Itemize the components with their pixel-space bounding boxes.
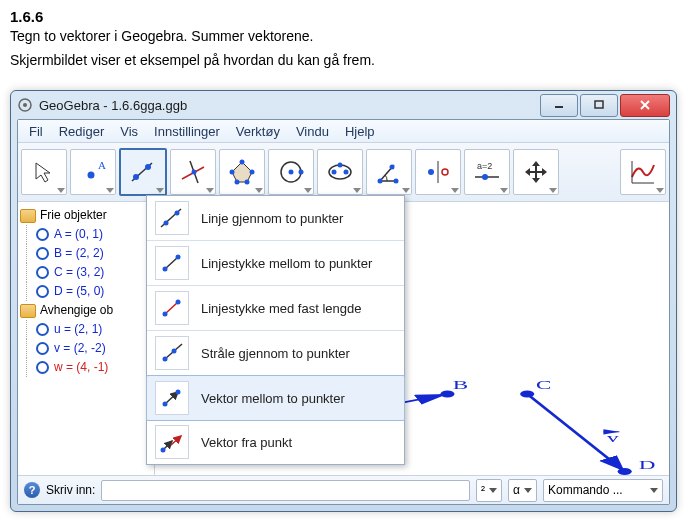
close-button[interactable] bbox=[620, 94, 670, 117]
svg-marker-14 bbox=[232, 162, 252, 182]
obj-w[interactable]: w = (4, -1) bbox=[20, 358, 150, 377]
menu-innstillinger[interactable]: Innstillinger bbox=[147, 122, 227, 141]
menu-rediger[interactable]: Rediger bbox=[52, 122, 112, 141]
obj-d[interactable]: D = (5, 0) bbox=[20, 282, 150, 301]
svg-point-19 bbox=[230, 170, 235, 175]
obj-u[interactable]: u = (2, 1) bbox=[20, 320, 150, 339]
svg-point-1 bbox=[23, 103, 27, 107]
obj-w-label: w = (4, -1) bbox=[54, 358, 108, 377]
menu-verktoy[interactable]: Verktøy bbox=[229, 122, 287, 141]
menu-fil[interactable]: Fil bbox=[22, 122, 50, 141]
svg-point-15 bbox=[240, 160, 245, 165]
svg-point-13 bbox=[192, 170, 197, 175]
svg-point-70 bbox=[163, 402, 168, 407]
symbol-select-1[interactable]: ² bbox=[476, 479, 502, 502]
svg-point-65 bbox=[176, 300, 181, 305]
input-field[interactable] bbox=[101, 480, 470, 501]
dd-vector[interactable]: Vektor mellom to punkter bbox=[146, 375, 405, 421]
svg-point-27 bbox=[378, 179, 383, 184]
tool-custom[interactable] bbox=[620, 149, 666, 195]
svg-line-63 bbox=[165, 302, 178, 314]
tool-angle[interactable] bbox=[366, 149, 412, 195]
svg-point-25 bbox=[344, 170, 349, 175]
segment-icon bbox=[155, 246, 189, 280]
minimize-button[interactable] bbox=[540, 94, 578, 117]
input-bar: ? Skriv inn: ² α Kommando ... bbox=[18, 475, 669, 504]
dd-segment[interactable]: Linjestykke mellom to punkter bbox=[147, 241, 404, 286]
menubar: Fil Rediger Vis Innstillinger Verktøy Vi… bbox=[18, 120, 669, 143]
svg-point-61 bbox=[163, 267, 168, 272]
maximize-button[interactable] bbox=[580, 94, 618, 117]
tool-line[interactable] bbox=[119, 148, 167, 196]
exercise-line1: Tegn to vektorer i Geogebra. Summer vekt… bbox=[0, 27, 699, 51]
svg-text:A: A bbox=[98, 159, 106, 171]
svg-point-28 bbox=[394, 179, 399, 184]
dd-line[interactable]: Linje gjennom to punkter bbox=[147, 196, 404, 241]
menu-hjelp[interactable]: Hjelp bbox=[338, 122, 382, 141]
svg-text:v: v bbox=[607, 432, 620, 445]
dd-vector-from[interactable]: Vektor fra punkt bbox=[147, 420, 404, 464]
dd-ray[interactable]: Stråle gjennom to punkter bbox=[147, 331, 404, 376]
exercise-number: 1.6.6 bbox=[0, 0, 699, 27]
symbol-select-2[interactable]: α bbox=[508, 479, 537, 502]
vector-icon bbox=[155, 381, 189, 415]
svg-point-21 bbox=[289, 170, 294, 175]
dd-segment-fixed-label: Linjestykke med fast lengde bbox=[201, 301, 361, 316]
dd-vector-from-label: Vektor fra punkt bbox=[201, 435, 292, 450]
tool-point[interactable]: A bbox=[70, 149, 116, 195]
dd-segment-fixed[interactable]: Linjestykke med fast lengde bbox=[147, 286, 404, 331]
obj-c[interactable]: C = (3, 2) bbox=[20, 263, 150, 282]
obj-v[interactable]: v = (2, -2) bbox=[20, 339, 150, 358]
svg-point-31 bbox=[428, 169, 434, 175]
svg-point-10 bbox=[145, 164, 151, 170]
menu-vindu[interactable]: Vindu bbox=[289, 122, 336, 141]
dep-objects-folder[interactable]: Avhengige ob bbox=[20, 301, 150, 320]
obj-a-label: A = (0, 1) bbox=[54, 225, 103, 244]
tool-circle[interactable] bbox=[268, 149, 314, 195]
vector-from-icon bbox=[155, 425, 189, 459]
svg-text:D: D bbox=[639, 459, 656, 472]
app-icon bbox=[17, 97, 33, 113]
svg-point-18 bbox=[235, 180, 240, 185]
tool-polygon[interactable] bbox=[219, 149, 265, 195]
ray-icon bbox=[155, 336, 189, 370]
free-objects-folder[interactable]: Frie objekter bbox=[20, 206, 150, 225]
obj-a[interactable]: A = (0, 1) bbox=[20, 225, 150, 244]
command-select[interactable]: Kommando ... bbox=[543, 479, 663, 502]
app-window: GeoGebra - 1.6.6gga.ggb Fil Rediger Vis … bbox=[10, 90, 677, 512]
symbol-2-label: α bbox=[513, 483, 520, 497]
svg-point-62 bbox=[176, 255, 181, 260]
svg-point-22 bbox=[299, 170, 304, 175]
tool-move[interactable] bbox=[21, 149, 67, 195]
obj-b[interactable]: B = (2, 2) bbox=[20, 244, 150, 263]
tool-move-view[interactable] bbox=[513, 149, 559, 195]
tool-ellipse[interactable] bbox=[317, 149, 363, 195]
svg-point-6 bbox=[88, 172, 95, 179]
segment-fixed-icon bbox=[155, 291, 189, 325]
svg-point-47 bbox=[618, 468, 632, 475]
tool-perpendicular[interactable] bbox=[170, 149, 216, 195]
svg-point-24 bbox=[332, 170, 337, 175]
dep-objects-label: Avhengige ob bbox=[40, 301, 113, 320]
help-icon[interactable]: ? bbox=[24, 482, 40, 498]
svg-point-17 bbox=[245, 180, 250, 185]
tool-slider[interactable]: a=2 bbox=[464, 149, 510, 195]
svg-point-16 bbox=[250, 170, 255, 175]
tool-reflect[interactable] bbox=[415, 149, 461, 195]
menu-vis[interactable]: Vis bbox=[113, 122, 145, 141]
toolbar: A a=2 bbox=[18, 143, 669, 202]
obj-u-label: u = (2, 1) bbox=[54, 320, 102, 339]
obj-b-label: B = (2, 2) bbox=[54, 244, 104, 263]
svg-point-9 bbox=[133, 174, 139, 180]
svg-text:a=2: a=2 bbox=[477, 161, 492, 171]
command-label: Kommando ... bbox=[548, 483, 646, 497]
svg-point-71 bbox=[176, 390, 181, 395]
svg-point-45 bbox=[520, 390, 534, 397]
obj-d-label: D = (5, 0) bbox=[54, 282, 104, 301]
titlebar[interactable]: GeoGebra - 1.6.6gga.ggb bbox=[11, 91, 676, 119]
tool-dropdown: Linje gjennom to punkter Linjestykke mel… bbox=[146, 195, 405, 465]
obj-v-label: v = (2, -2) bbox=[54, 339, 106, 358]
svg-point-64 bbox=[163, 312, 168, 317]
algebra-view: Frie objekter A = (0, 1) B = (2, 2) C = … bbox=[18, 202, 155, 475]
dd-ray-label: Stråle gjennom to punkter bbox=[201, 346, 350, 361]
